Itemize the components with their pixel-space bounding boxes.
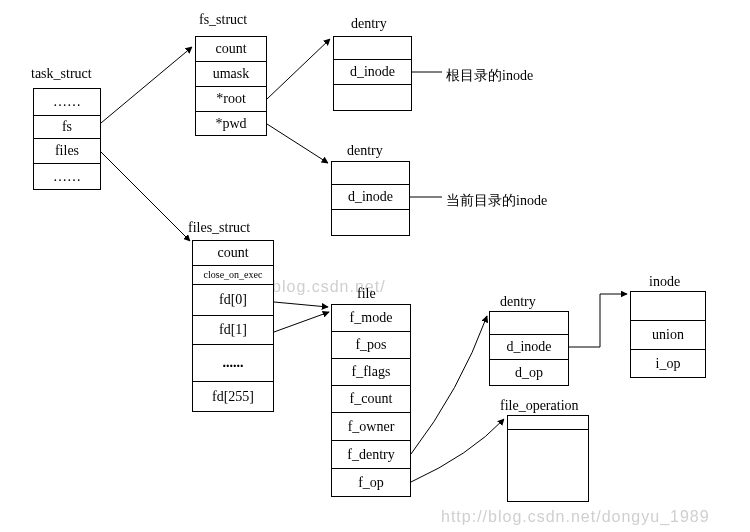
f-pos-cell: f_pos: [332, 332, 410, 359]
f-owner-cell: f_owner: [332, 413, 410, 441]
pwd-cell: *pwd: [196, 112, 266, 135]
inode-title: inode: [649, 274, 680, 290]
fd1-cell: fd[1]: [193, 316, 273, 345]
files-cell: files: [34, 139, 100, 164]
f-flags-cell: f_flags: [332, 359, 410, 386]
empty-cell: [490, 312, 568, 335]
files-struct-title: files_struct: [188, 220, 250, 236]
umask-cell: umask: [196, 62, 266, 87]
f-count-cell: f_count: [332, 386, 410, 413]
fs-cell: fs: [34, 116, 100, 139]
file-operation-table: [507, 415, 589, 502]
close-on-exec-cell: close_on_exec: [193, 266, 273, 285]
diagram-stage: { "titles": { "task_struct": "task_struc…: [0, 0, 750, 532]
count-cell: count: [193, 241, 273, 266]
ellipsis-cell: ……: [34, 164, 100, 189]
d-inode-cell: d_inode: [334, 60, 411, 85]
dentry-root-table: d_inode: [333, 36, 412, 111]
d-op-cell: d_op: [490, 360, 568, 385]
empty-cell: [332, 162, 409, 185]
empty-cell: [508, 416, 588, 430]
dentry-file-title: dentry: [500, 294, 536, 310]
watermark-text: http://blog.csdn.net/dongyu_1989: [441, 508, 710, 526]
dentry-pwd-table: d_inode: [331, 161, 410, 236]
count-cell: count: [196, 37, 266, 62]
file-table: f_mode f_pos f_flags f_count f_owner f_d…: [331, 304, 411, 497]
fd255-cell: fd[255]: [193, 382, 273, 411]
fs-struct-table: count umask *root *pwd: [195, 36, 267, 136]
empty-cell: [334, 85, 411, 110]
empty-cell: [508, 430, 588, 500]
ellipsis-cell: ......: [193, 345, 273, 382]
f-op-cell: f_op: [332, 469, 410, 496]
ellipsis-cell: ……: [34, 89, 100, 116]
dentry-file-table: d_inode d_op: [489, 311, 569, 386]
root-cell: *root: [196, 87, 266, 112]
fd0-cell: fd[0]: [193, 285, 273, 316]
d-inode-cell: d_inode: [490, 335, 568, 360]
files-struct-table: count close_on_exec fd[0] fd[1] ...... f…: [192, 240, 274, 412]
dentry-root-title: dentry: [351, 16, 387, 32]
f-dentry-cell: f_dentry: [332, 441, 410, 469]
task-struct-title: task_struct: [31, 66, 92, 82]
i-op-cell: i_op: [631, 350, 705, 377]
file-title: file: [357, 286, 376, 302]
dentry-pwd-title: dentry: [347, 143, 383, 159]
task-struct-table: …… fs files ……: [33, 88, 101, 190]
f-mode-cell: f_mode: [332, 305, 410, 332]
annotation-pwd-inode: 当前目录的inode: [446, 192, 547, 210]
empty-cell: [334, 37, 411, 60]
empty-cell: [332, 210, 409, 235]
annotation-root-inode: 根目录的inode: [446, 67, 533, 85]
union-cell: union: [631, 321, 705, 350]
fs-struct-title: fs_struct: [199, 12, 247, 28]
file-operation-title: file_operation: [500, 398, 579, 414]
empty-cell: [631, 292, 705, 321]
inode-table: union i_op: [630, 291, 706, 378]
d-inode-cell: d_inode: [332, 185, 409, 210]
